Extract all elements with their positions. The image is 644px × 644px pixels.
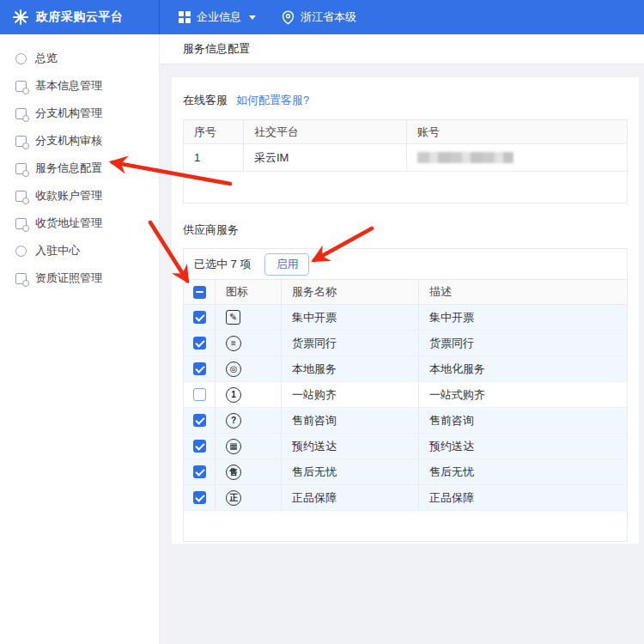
selection-toolbar: 已选中 7 项 启用 — [184, 249, 627, 280]
supplier-services-table: 已选中 7 项 启用 图标服务名称描述 ✎集中开票集中开票≡货票同行货票同行◎本… — [183, 248, 628, 542]
cell-service-name: 售后无忧 — [282, 459, 419, 484]
cell-service-name: 售前咨询 — [282, 408, 419, 433]
doc-gear-icon — [15, 108, 27, 119]
doc-gear-icon — [15, 81, 27, 92]
cell-service-name: 一站购齐 — [282, 382, 419, 407]
gear-dot-icon — [22, 280, 29, 287]
row-checkbox[interactable] — [193, 337, 206, 349]
cell-icon: 正 — [216, 485, 282, 510]
doc-gear-icon — [15, 136, 27, 147]
redacted-account — [417, 152, 513, 163]
row-checkbox[interactable] — [193, 440, 206, 453]
service-row[interactable]: ▦预约送达预约送达 — [184, 434, 627, 459]
selected-count-label: 已选中 7 项 — [194, 257, 251, 272]
location-icon: ◎ — [226, 361, 241, 377]
cell-service-desc: 本地化服务 — [419, 356, 627, 381]
select-all-cell — [184, 280, 216, 304]
cell-icon: ▦ — [216, 434, 282, 459]
cell-icon: 1 — [216, 382, 282, 407]
cell-service-desc: 售前咨询 — [419, 408, 627, 433]
gear-dot-icon — [22, 88, 29, 94]
doc-gear-icon — [15, 218, 27, 229]
sidebar-item-qualification-cert-mgmt[interactable]: 资质证照管理 — [0, 264, 159, 292]
circle-icon — [15, 53, 27, 64]
sidebar-item-overview[interactable]: 总览 — [0, 45, 159, 72]
sidebar-menu: 总览基本信息管理分支机构管理分支机构审核服务信息配置收款账户管理收货地址管理入驻… — [0, 45, 159, 292]
row-checkbox[interactable] — [193, 311, 206, 324]
service-row[interactable]: ✎集中开票集中开票 — [184, 305, 627, 331]
service-row[interactable]: ≡货票同行货票同行 — [184, 331, 627, 356]
grid-icon — [179, 11, 191, 23]
configure-service-help-link[interactable]: 如何配置客服? — [236, 93, 309, 108]
column-header: 账号 — [407, 120, 627, 143]
cell-service-desc: 集中开票 — [419, 305, 627, 330]
supplier-services-table-header: 图标服务名称描述 — [184, 280, 627, 305]
cell-service-name: 集中开票 — [282, 305, 419, 330]
row-checkbox[interactable] — [193, 362, 206, 375]
service-row[interactable]: 售售后无忧售后无忧 — [184, 459, 627, 485]
cell-icon: ≡ — [216, 331, 282, 355]
row-checkbox[interactable] — [193, 491, 206, 504]
gear-dot-icon — [22, 197, 29, 204]
location-pin-icon — [282, 10, 295, 25]
select-all-checkbox[interactable] — [193, 286, 206, 299]
cell-icon: ◎ — [216, 356, 282, 381]
nav-region[interactable]: 浙江省本级 — [282, 9, 356, 25]
calendar-icon: ▦ — [226, 439, 241, 454]
cell-service-desc: 正品保障 — [419, 485, 627, 510]
page-title-bar: 服务信息配置 — [160, 34, 644, 64]
gear-dot-icon — [22, 143, 29, 149]
cell-platform: 采云IM — [244, 144, 407, 171]
cell-checkbox — [184, 434, 216, 459]
row-checkbox[interactable] — [193, 414, 206, 427]
sidebar-item-branch-mgmt[interactable]: 分支机构管理 — [0, 100, 159, 127]
chevron-down-icon — [249, 15, 256, 20]
supplier-services-table-footer — [184, 511, 627, 541]
sidebar-item-branch-review[interactable]: 分支机构审核 — [0, 127, 159, 155]
row-checkbox[interactable] — [193, 465, 206, 478]
sidebar-item-payment-account-mgmt[interactable]: 收款账户管理 — [0, 182, 159, 210]
cell-service-desc: 预约送达 — [419, 434, 627, 459]
customer-service-table-footer — [184, 172, 627, 203]
sidebar-item-basic-info-mgmt[interactable]: 基本信息管理 — [0, 72, 159, 100]
brand[interactable]: 政府采购云平台 — [0, 0, 160, 34]
service-row[interactable]: 正正品保障正品保障 — [184, 485, 627, 511]
column-header: 社交平台 — [244, 120, 407, 143]
cell-checkbox — [184, 331, 216, 355]
cell-service-desc: 售后无忧 — [419, 459, 627, 484]
customer-service-table-body: 1采云IM — [184, 144, 627, 172]
table-row[interactable]: 1采云IM — [184, 144, 627, 172]
cell-no: 1 — [184, 144, 244, 171]
circle-icon — [15, 246, 27, 257]
cell-checkbox — [184, 408, 216, 433]
after-sales-icon: 售 — [226, 465, 241, 480]
cell-service-name: 正品保障 — [282, 485, 419, 510]
top-header-bar: 政府采购云平台 企业信息 浙江省本级 — [0, 0, 644, 34]
nav-company-menu[interactable]: 企业信息 — [179, 9, 256, 25]
waybill-icon: ≡ — [226, 336, 241, 351]
sidebar-item-delivery-address-mgmt[interactable]: 收货地址管理 — [0, 210, 159, 237]
doc-gear-icon — [15, 163, 27, 174]
gear-dot-icon — [22, 225, 29, 232]
cell-account — [407, 144, 627, 171]
cell-icon: ? — [216, 408, 282, 433]
supplier-services-table-body: ✎集中开票集中开票≡货票同行货票同行◎本地服务本地化服务1一站购齐一站式购齐?售… — [184, 305, 627, 511]
sidebar-item-label: 基本信息管理 — [35, 78, 102, 94]
enable-button[interactable]: 启用 — [264, 253, 309, 276]
sidebar-item-service-info-config[interactable]: 服务信息配置 — [0, 155, 159, 182]
sidebar-item-onboarding-center[interactable]: 入驻中心 — [0, 237, 159, 264]
top-nav: 企业信息 浙江省本级 — [160, 9, 356, 25]
service-row[interactable]: ◎本地服务本地化服务 — [184, 356, 627, 382]
one-stop-icon: 1 — [226, 387, 241, 403]
content-card: 在线客服 如何配置客服? 序号社交平台账号 1采云IM 供应商服务 已选中 7 … — [172, 77, 639, 544]
sidebar-item-label: 分支机构审核 — [35, 133, 102, 149]
column-header: 服务名称 — [282, 280, 419, 304]
row-checkbox[interactable] — [193, 388, 206, 401]
cell-service-name: 预约送达 — [282, 434, 419, 459]
service-row[interactable]: 1一站购齐一站式购齐 — [184, 382, 627, 408]
cell-service-desc: 一站式购齐 — [419, 382, 627, 407]
cell-service-name: 货票同行 — [282, 331, 419, 355]
nav-company-label: 企业信息 — [197, 9, 241, 25]
service-row[interactable]: ?售前咨询售前咨询 — [184, 408, 627, 434]
supplier-services-section-label: 供应商服务 — [183, 222, 239, 238]
